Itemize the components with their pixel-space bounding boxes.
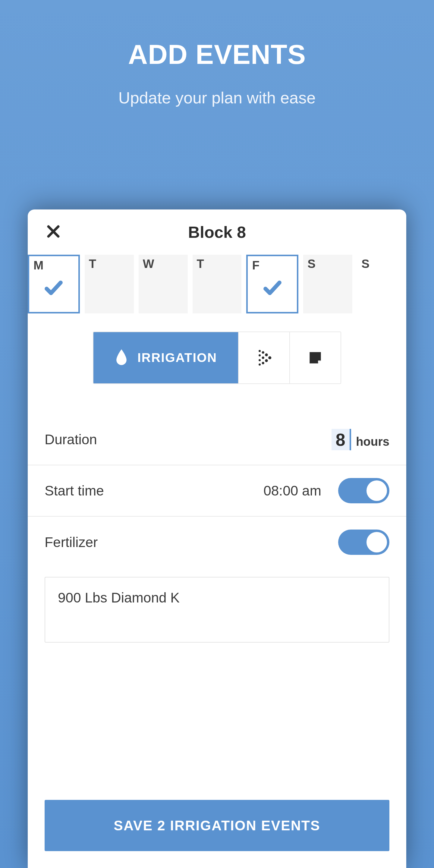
event-type-tabs: IRRIGATION bbox=[28, 332, 406, 384]
day-cell[interactable]: S bbox=[303, 255, 352, 313]
svg-point-9 bbox=[258, 354, 261, 356]
page-subtitle: Update your plan with ease bbox=[0, 88, 434, 107]
event-card: Block 8 MTWTFSS IRRIGATION bbox=[28, 210, 406, 868]
day-label: F bbox=[252, 258, 259, 272]
spray-icon bbox=[254, 348, 274, 367]
note-icon bbox=[307, 349, 324, 366]
card-title: Block 8 bbox=[188, 223, 246, 241]
close-icon bbox=[45, 223, 62, 241]
fertilizer-label: Fertilizer bbox=[44, 534, 98, 550]
svg-point-7 bbox=[262, 362, 264, 364]
svg-point-11 bbox=[258, 364, 261, 366]
svg-point-5 bbox=[262, 351, 264, 353]
close-button[interactable] bbox=[43, 221, 64, 243]
svg-point-10 bbox=[258, 359, 261, 361]
tab-spray[interactable] bbox=[238, 332, 289, 383]
fertilizer-row: Fertilizer bbox=[28, 517, 406, 568]
svg-point-4 bbox=[265, 359, 268, 362]
day-label: T bbox=[197, 257, 204, 271]
day-cell[interactable]: T bbox=[85, 255, 134, 313]
form-section: Duration 8 hours Start time 08:00 am Fer… bbox=[28, 414, 406, 643]
day-label: S bbox=[307, 257, 315, 271]
svg-point-8 bbox=[258, 350, 261, 352]
day-cell[interactable]: F bbox=[246, 255, 299, 313]
day-label: M bbox=[33, 258, 43, 272]
svg-point-6 bbox=[262, 356, 264, 359]
day-cell[interactable]: S bbox=[357, 255, 406, 313]
svg-point-2 bbox=[268, 356, 271, 359]
duration-row: Duration 8 hours bbox=[28, 414, 406, 465]
tab-irrigation-label: IRRIGATION bbox=[137, 350, 217, 365]
save-button[interactable]: SAVE 2 IRRIGATION EVENTS bbox=[44, 800, 390, 851]
page-header: ADD EVENTS Update your plan with ease bbox=[0, 0, 434, 107]
day-cell[interactable]: W bbox=[138, 255, 188, 313]
svg-point-3 bbox=[265, 353, 268, 356]
days-row: MTWTFSS bbox=[28, 255, 406, 313]
day-label: W bbox=[143, 257, 154, 271]
water-drop-icon bbox=[115, 349, 128, 366]
day-label: S bbox=[361, 257, 370, 271]
card-header: Block 8 bbox=[28, 210, 406, 255]
duration-unit: hours bbox=[356, 435, 390, 448]
day-cell[interactable]: T bbox=[193, 255, 242, 313]
day-cell[interactable]: M bbox=[28, 255, 80, 313]
fertilizer-input[interactable]: 900 Lbs Diamond K bbox=[44, 577, 390, 643]
start-time-label: Start time bbox=[44, 483, 104, 499]
tab-irrigation[interactable]: IRRIGATION bbox=[93, 332, 238, 383]
tab-note[interactable] bbox=[289, 332, 341, 383]
start-time-value[interactable]: 08:00 am bbox=[264, 483, 321, 499]
start-time-row: Start time 08:00 am bbox=[28, 465, 406, 517]
check-icon bbox=[262, 277, 283, 300]
day-label: T bbox=[89, 257, 96, 271]
fertilizer-toggle[interactable] bbox=[338, 530, 390, 555]
duration-label: Duration bbox=[44, 431, 97, 447]
duration-input[interactable]: 8 bbox=[332, 429, 351, 450]
check-icon bbox=[43, 277, 64, 300]
start-time-toggle[interactable] bbox=[338, 478, 390, 503]
page-title: ADD EVENTS bbox=[0, 39, 434, 70]
